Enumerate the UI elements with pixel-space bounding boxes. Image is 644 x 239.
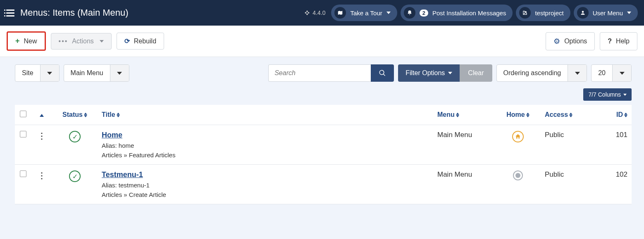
item-alias: Alias: home	[102, 142, 429, 149]
user-menu-button[interactable]: User Menu	[574, 5, 638, 21]
col-status[interactable]: Status	[52, 105, 98, 125]
item-menu: Main Menu	[433, 125, 495, 165]
item-access: Public	[541, 125, 594, 165]
plus-icon: +	[15, 37, 20, 45]
row-checkbox[interactable]	[20, 131, 26, 137]
take-tour-button[interactable]: Take a Tour	[331, 5, 397, 21]
item-path: Articles » Featured Articles	[102, 151, 429, 159]
bell-icon	[404, 7, 415, 19]
client-select[interactable]: Site	[15, 64, 60, 82]
col-ordering[interactable]	[31, 105, 52, 125]
col-title[interactable]: Title	[98, 105, 433, 125]
rebuild-button[interactable]: ⟳ Rebuild	[117, 33, 164, 50]
columns-button[interactable]: 7/7 Columns	[583, 88, 632, 101]
col-id[interactable]: ID	[594, 105, 632, 125]
chevron-down-icon	[386, 12, 391, 14]
chevron-down-icon	[100, 40, 104, 43]
search-input[interactable]	[268, 64, 371, 82]
item-title-link[interactable]: Home	[102, 131, 122, 139]
sidebar-toggle-icon[interactable]	[6, 9, 14, 17]
select-all-checkbox[interactable]	[20, 111, 26, 117]
menu-select[interactable]: Main Menu	[64, 64, 129, 82]
table-row: ⋮ ✓ Testmenu-1 Alias: testmenu-1 Article…	[15, 165, 632, 204]
item-id: 102	[594, 165, 632, 204]
table-row: ⋮ ✓ Home Alias: home Articles » Featured…	[15, 125, 632, 165]
col-home[interactable]: Home	[495, 105, 541, 125]
dots-icon: •••	[59, 38, 68, 45]
filter-options-button[interactable]: Filter Options	[398, 64, 460, 82]
project-link-button[interactable]: testproject	[516, 5, 570, 21]
chevron-down-icon	[627, 12, 631, 14]
chevron-down-icon	[110, 65, 129, 81]
home-toggle-icon[interactable]	[513, 170, 523, 180]
notification-badge: 2	[420, 9, 428, 17]
item-title-link[interactable]: Testmenu-1	[102, 170, 143, 179]
post-install-messages-button[interactable]: 2 Post Installation Messages	[401, 5, 513, 21]
status-published-icon[interactable]: ✓	[69, 131, 81, 142]
limit-select[interactable]: 20	[591, 64, 632, 82]
item-id: 101	[594, 125, 632, 165]
row-checkbox[interactable]	[20, 170, 26, 177]
map-icon	[334, 7, 346, 19]
caret-down-icon	[448, 72, 452, 74]
question-icon: ?	[608, 38, 612, 45]
item-menu: Main Menu	[433, 165, 495, 204]
status-published-icon[interactable]: ✓	[69, 170, 81, 182]
col-menu[interactable]: Menu	[433, 105, 495, 125]
joomla-icon	[304, 10, 310, 16]
page-title: Menus: Items (Main Menu)	[20, 7, 129, 18]
version-label: 4.4.0	[304, 9, 325, 16]
options-button[interactable]: ⚙ Options	[546, 32, 595, 50]
item-path: Articles » Create Article	[102, 191, 429, 198]
drag-handle-icon[interactable]: ⋮	[38, 171, 46, 180]
drag-handle-icon[interactable]: ⋮	[38, 131, 46, 140]
help-button[interactable]: ? Help	[600, 32, 637, 50]
svg-point-0	[582, 11, 584, 13]
external-link-icon	[519, 7, 531, 19]
actions-button: ••• Actions	[51, 33, 112, 50]
chevron-down-icon	[40, 65, 59, 81]
item-access: Public	[541, 165, 594, 204]
new-button[interactable]: + New	[7, 31, 46, 51]
clear-button[interactable]: Clear	[460, 64, 492, 82]
user-icon	[577, 7, 589, 19]
chevron-down-icon	[612, 65, 631, 81]
search-button[interactable]	[371, 64, 394, 82]
home-default-icon[interactable]	[512, 131, 524, 142]
ordering-select[interactable]: Ordering ascending	[496, 64, 587, 82]
refresh-icon: ⟳	[124, 37, 130, 45]
col-access[interactable]: Access	[541, 105, 594, 125]
chevron-down-icon	[568, 65, 587, 81]
caret-down-icon	[623, 94, 627, 96]
sort-asc-icon	[40, 114, 44, 117]
gear-icon: ⚙	[553, 37, 560, 46]
search-icon	[379, 69, 386, 77]
item-alias: Alias: testmenu-1	[102, 182, 429, 189]
